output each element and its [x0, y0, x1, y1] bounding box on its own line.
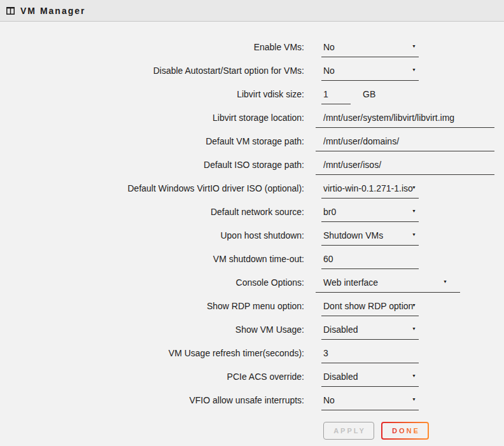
- form-row: Disable Autostart/Start option for VMs: …: [0, 59, 504, 82]
- dropdown-arrow-icon: ▼: [412, 303, 416, 307]
- console-options-selected-value: Web interface: [323, 277, 378, 288]
- form-row: Default Windows VirtIO driver ISO (optio…: [0, 176, 504, 200]
- disable-autostart-label: Disable Autostart/Start option for VMs:: [0, 66, 304, 76]
- form-row: VM Usage refresh timer(seconds):: [0, 341, 504, 365]
- vm-manager-window: VM Manager Enable VMs: No▼ Disable Autos…: [0, 0, 504, 446]
- console-options-control: Web interface▼: [304, 277, 460, 293]
- libvirt-storage-location-label: Libvirt storage location:: [0, 113, 304, 123]
- upon-host-shutdown-control: Shutdown VMs▼: [304, 230, 419, 246]
- vfio-allow-unsafe-interrupts-selected-value: No: [323, 395, 335, 405]
- show-vm-usage-selected-value: Disabled: [323, 324, 358, 335]
- upon-host-shutdown-selected-value: Shutdown VMs: [323, 230, 383, 240]
- form-row: VM shutdown time-out:: [0, 247, 504, 270]
- default-vm-storage-path-label: Default VM storage path:: [0, 136, 304, 146]
- vfio-allow-unsafe-interrupts-label: VFIO allow unsafe interrupts:: [0, 395, 304, 405]
- show-rdp-menu-option-control: Dont show RDP option▼: [304, 301, 419, 316]
- default-iso-storage-path-label: Default ISO storage path:: [0, 160, 304, 170]
- form-row: Default ISO storage path:: [0, 153, 504, 176]
- pcie-acs-override-label: PCIe ACS override:: [0, 372, 304, 382]
- form-row: Enable VMs: No▼: [0, 35, 504, 59]
- enable-vms-control: No▼: [304, 42, 419, 57]
- libvirt-vdisk-size-suffix: GB: [363, 89, 375, 99]
- enable-vms-label: Enable VMs:: [0, 42, 304, 52]
- page-title: VM Manager: [20, 6, 85, 16]
- pcie-acs-override-select[interactable]: Disabled▼: [321, 372, 419, 387]
- dropdown-arrow-icon: ▼: [412, 67, 416, 72]
- enable-vms-select[interactable]: No▼: [321, 42, 419, 57]
- default-virtio-driver-iso-selected-value: virtio-win-0.1.271-1.iso: [323, 183, 413, 193]
- default-vm-storage-path-control: [304, 136, 494, 151]
- disable-autostart-selected-value: No: [323, 66, 335, 76]
- default-virtio-driver-iso-select[interactable]: virtio-win-0.1.271-1.iso▼: [321, 183, 419, 199]
- done-button-label: DONE: [390, 427, 420, 435]
- libvirt-storage-location-input[interactable]: [316, 113, 494, 128]
- libvirt-vdisk-size-input[interactable]: [321, 89, 351, 104]
- disable-autostart-select[interactable]: No▼: [321, 66, 419, 81]
- show-rdp-menu-option-selected-value: Dont show RDP option: [323, 301, 413, 311]
- default-vm-storage-path-input[interactable]: [316, 136, 494, 151]
- vm-shutdown-timeout-control: [304, 254, 419, 269]
- form-row: VFIO allow unsafe interrupts: No▼: [0, 388, 504, 412]
- default-iso-storage-path-input[interactable]: [316, 160, 494, 175]
- vfio-allow-unsafe-interrupts-control: No▼: [304, 395, 419, 410]
- default-virtio-driver-iso-control: virtio-win-0.1.271-1.iso▼: [304, 183, 419, 199]
- done-button[interactable]: DONE: [381, 422, 429, 440]
- form-row: Default VM storage path:: [0, 129, 504, 153]
- dropdown-arrow-icon: ▼: [412, 44, 416, 48]
- vm-usage-refresh-timer-control: [304, 348, 419, 363]
- libvirt-vdisk-size-control: GB: [304, 89, 375, 104]
- enable-vms-selected-value: No: [323, 42, 335, 52]
- show-rdp-menu-option-select[interactable]: Dont show RDP option▼: [321, 301, 419, 316]
- disable-autostart-control: No▼: [304, 66, 419, 81]
- form-row: Upon host shutdown: Shutdown VMs▼: [0, 223, 504, 247]
- dropdown-arrow-icon: ▼: [412, 209, 416, 213]
- libvirt-vdisk-size-label: Libvirt vdisk size:: [0, 89, 304, 99]
- console-options-select[interactable]: Web interface▼: [316, 277, 460, 293]
- console-options-label: Console Options:: [0, 277, 304, 288]
- default-iso-storage-path-control: [304, 160, 494, 175]
- vm-shutdown-timeout-label: VM shutdown time-out:: [0, 254, 304, 264]
- default-network-source-control: br0▼: [304, 207, 419, 222]
- form-row: PCIe ACS override: Disabled▼: [0, 365, 504, 388]
- form-row: Show VM Usage: Disabled▼: [0, 317, 504, 341]
- form-row: Libvirt storage location:: [0, 106, 504, 129]
- apply-button[interactable]: APPLY: [323, 422, 374, 440]
- vm-settings-form: Enable VMs: No▼ Disable Autostart/Start …: [0, 22, 504, 440]
- form-rows: Enable VMs: No▼ Disable Autostart/Start …: [0, 35, 504, 412]
- show-rdp-menu-option-label: Show RDP menu option:: [0, 301, 304, 311]
- default-network-source-label: Default network source:: [0, 207, 304, 217]
- dropdown-arrow-icon: ▼: [443, 279, 447, 284]
- show-vm-usage-label: Show VM Usage:: [0, 324, 304, 335]
- default-virtio-driver-iso-label: Default Windows VirtIO driver ISO (optio…: [0, 183, 304, 193]
- libvirt-storage-location-control: [304, 113, 494, 128]
- show-vm-usage-control: Disabled▼: [304, 324, 419, 340]
- form-row: Show RDP menu option: Dont show RDP opti…: [0, 294, 504, 317]
- dropdown-arrow-icon: ▼: [412, 397, 416, 401]
- form-row: Libvirt vdisk size: GB: [0, 82, 504, 106]
- form-row: Default network source: br0▼: [0, 200, 504, 223]
- columns-icon: [6, 7, 15, 15]
- dropdown-arrow-icon: ▼: [412, 326, 416, 331]
- pcie-acs-override-selected-value: Disabled: [323, 372, 358, 382]
- vm-shutdown-timeout-input[interactable]: [321, 254, 419, 269]
- dropdown-arrow-icon: ▼: [412, 373, 416, 378]
- form-actions: APPLY DONE: [323, 422, 504, 440]
- upon-host-shutdown-select[interactable]: Shutdown VMs▼: [321, 230, 419, 246]
- default-network-source-select[interactable]: br0▼: [321, 207, 419, 222]
- dropdown-arrow-icon: ▼: [412, 185, 416, 190]
- form-row: Console Options: Web interface▼: [0, 270, 504, 294]
- upon-host-shutdown-label: Upon host shutdown:: [0, 230, 304, 240]
- vm-usage-refresh-timer-input[interactable]: [321, 348, 419, 363]
- vfio-allow-unsafe-interrupts-select[interactable]: No▼: [321, 395, 419, 410]
- titlebar: VM Manager: [0, 0, 504, 22]
- dropdown-arrow-icon: ▼: [412, 232, 416, 237]
- vm-usage-refresh-timer-label: VM Usage refresh timer(seconds):: [0, 348, 304, 358]
- pcie-acs-override-control: Disabled▼: [304, 372, 419, 387]
- show-vm-usage-select[interactable]: Disabled▼: [321, 324, 419, 340]
- default-network-source-selected-value: br0: [323, 207, 336, 217]
